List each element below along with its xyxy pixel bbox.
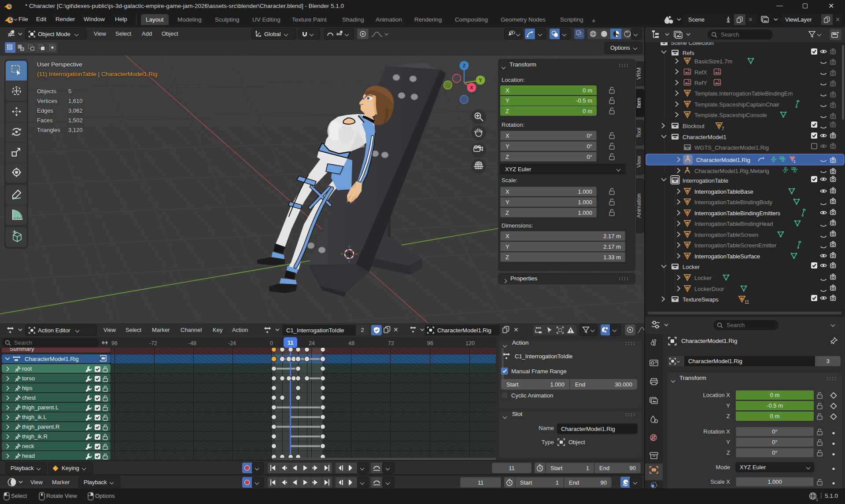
svg-text:head: head (22, 452, 35, 459)
svg-text:InterrogationTableBindingBody: InterrogationTableBindingBody (694, 199, 773, 206)
svg-text:root: root (22, 365, 32, 372)
svg-text:InterrogationTableSurface: InterrogationTableSurface (694, 253, 760, 260)
svg-text:11: 11 (288, 339, 294, 346)
svg-text:X: X (470, 85, 473, 90)
svg-text:thigh_parent.L: thigh_parent.L (22, 404, 59, 411)
svg-text:72: 72 (388, 340, 394, 346)
svg-text:1: 1 (816, 497, 818, 502)
svg-text:7: 7 (722, 126, 724, 131)
svg-text:11: 11 (745, 300, 749, 305)
svg-text:Template.InterrogationTableBin: Template.InterrogationTableBindingEm (694, 90, 793, 97)
svg-text:RefY: RefY (694, 80, 707, 86)
svg-text:torso: torso (22, 375, 35, 382)
svg-text:thigh_parent.R: thigh_parent.R (22, 423, 59, 430)
svg-text:InterrogationTableScreen: InterrogationTableScreen (694, 232, 758, 238)
svg-text:Z: Z (463, 63, 466, 68)
svg-text:Template.SpaceshipCaptainChair: Template.SpaceshipCaptainChair (694, 101, 780, 108)
svg-text:Locker: Locker (683, 264, 700, 270)
svg-text:CharacterModel1.Rig.Metarig: CharacterModel1.Rig.Metarig (694, 168, 769, 174)
svg-text:0: 0 (270, 340, 273, 346)
svg-text:hips: hips (22, 385, 33, 391)
svg-text:InterrogationTableBindingHead: InterrogationTableBindingHead (694, 221, 773, 227)
svg-text:-24: -24 (228, 340, 236, 346)
svg-text:neck: neck (22, 443, 34, 449)
svg-text:96: 96 (427, 340, 433, 346)
svg-text:48: 48 (348, 340, 354, 346)
svg-text:24: 24 (309, 340, 315, 346)
svg-text:BasicSize1.7m: BasicSize1.7m (694, 58, 732, 65)
svg-text:Template.SpaceshipConsole: Template.SpaceshipConsole (694, 112, 767, 118)
svg-text:thigh_ik.R: thigh_ik.R (22, 433, 48, 440)
svg-text:96: 96 (111, 340, 118, 346)
svg-text:CharacterModel1.Rig: CharacterModel1.Rig (696, 157, 750, 163)
svg-text:CharacterModel1: CharacterModel1 (683, 134, 727, 140)
svg-text:WGTS_CharacterModel1.Rig: WGTS_CharacterModel1.Rig (694, 144, 769, 151)
svg-text:TextureSwaps: TextureSwaps (683, 296, 719, 303)
svg-text:1: 1 (793, 159, 796, 164)
svg-text:Refs: Refs (683, 50, 694, 56)
svg-text:Locker: Locker (694, 275, 712, 281)
svg-text:InterrogationTable: InterrogationTable (683, 177, 728, 184)
svg-text:LockerDoor: LockerDoor (694, 286, 724, 292)
svg-text:CharacterModel1.Rig: CharacterModel1.Rig (25, 356, 79, 362)
svg-text:Y: Y (479, 77, 482, 83)
svg-text:120: 120 (465, 340, 475, 346)
svg-text:InterrogationTableBindingEmitt: InterrogationTableBindingEmitters (694, 210, 781, 217)
svg-text:-72: -72 (149, 340, 157, 346)
svg-text:RefX: RefX (694, 69, 707, 76)
svg-text:-48: -48 (188, 340, 196, 346)
svg-text:thigh_ik.L: thigh_ik.L (22, 414, 47, 420)
svg-text:chest: chest (22, 394, 36, 401)
svg-text:InterrogationTableBase: InterrogationTableBase (694, 188, 753, 195)
svg-text:InterrogationTableScreenEmitte: InterrogationTableScreenEmitter (694, 242, 777, 249)
svg-text:Blockout: Blockout (683, 123, 705, 129)
